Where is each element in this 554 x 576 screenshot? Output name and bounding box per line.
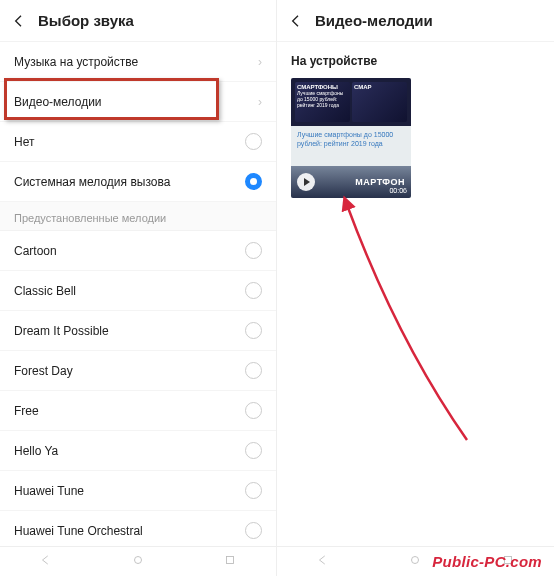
thumb-mid-text: Лучшие смартфоны до 15000 рублей: рейтин…	[291, 126, 411, 166]
radio-system-ringtone[interactable]: Системная мелодия вызова	[0, 162, 276, 202]
sound-list: Музыка на устройстве › Видео-мелодии › Н…	[0, 42, 276, 576]
watermark: Public-PC.com	[432, 553, 542, 570]
back-icon[interactable]	[10, 12, 28, 30]
preset-item[interactable]: Cartoon	[0, 231, 276, 271]
radio-icon	[245, 522, 262, 539]
thumb-card: СМАР	[352, 82, 407, 122]
thumb-card: СМАРТФОНЫ Лучшие смартфоны до 15000 рубл…	[295, 82, 350, 122]
row-label: Hello Ya	[14, 444, 245, 458]
video-melodies-panel: Видео-мелодии На устройстве СМАРТФОНЫ Лу…	[277, 0, 554, 576]
radio-icon	[245, 242, 262, 259]
row-label: Forest Day	[14, 364, 245, 378]
row-label: Huawei Tune	[14, 484, 245, 498]
android-navbar	[0, 546, 276, 576]
preset-item[interactable]: Huawei Tune	[0, 471, 276, 511]
thumb-card-title: СМАР	[354, 84, 405, 90]
nav-recent-icon[interactable]	[223, 553, 237, 570]
nav-home-icon[interactable]	[131, 553, 145, 570]
radio-none[interactable]: Нет	[0, 122, 276, 162]
row-label: Huawei Tune Orchestral	[14, 524, 245, 538]
header-left: Выбор звука	[0, 0, 276, 42]
svg-point-0	[135, 557, 142, 564]
row-label: Dream It Possible	[14, 324, 245, 338]
video-thumbnail[interactable]: СМАРТФОНЫ Лучшие смартфоны до 15000 рубл…	[291, 78, 411, 198]
radio-icon	[245, 322, 262, 339]
radio-icon	[245, 282, 262, 299]
header-right: Видео-мелодии	[277, 0, 554, 42]
preset-item[interactable]: Huawei Tune Orchestral	[0, 511, 276, 551]
nav-video-melodies[interactable]: Видео-мелодии ›	[0, 82, 276, 122]
svg-point-2	[412, 557, 419, 564]
radio-icon	[245, 402, 262, 419]
row-label: Cartoon	[14, 244, 245, 258]
nav-music-on-device[interactable]: Музыка на устройстве ›	[0, 42, 276, 82]
row-label: Нет	[14, 135, 245, 149]
row-label: Системная мелодия вызова	[14, 175, 245, 189]
thumb-brand: МАРТФОН	[355, 177, 405, 187]
page-title: Видео-мелодии	[315, 12, 433, 29]
row-label: Видео-мелодии	[14, 95, 258, 109]
row-label: Музыка на устройстве	[14, 55, 258, 69]
nav-back-icon[interactable]	[316, 553, 330, 570]
radio-icon	[245, 133, 262, 150]
preset-item[interactable]: Dream It Possible	[0, 311, 276, 351]
on-device-label: На устройстве	[277, 42, 554, 78]
play-icon	[297, 173, 315, 191]
section-preset: Предустановленные мелодии	[0, 202, 276, 231]
nav-back-icon[interactable]	[39, 553, 53, 570]
thumb-preview-top: СМАРТФОНЫ Лучшие смартфоны до 15000 рубл…	[291, 78, 411, 126]
radio-selected-icon	[245, 173, 262, 190]
radio-icon	[245, 442, 262, 459]
radio-icon	[245, 362, 262, 379]
sound-selection-panel: Выбор звука Музыка на устройстве › Видео…	[0, 0, 277, 576]
nav-home-icon[interactable]	[408, 553, 422, 570]
radio-icon	[245, 482, 262, 499]
preset-item[interactable]: Classic Bell	[0, 271, 276, 311]
thumb-card-sub: Лучшие смартфоны до 15000 рублей: рейтин…	[297, 90, 348, 108]
preset-item[interactable]: Forest Day	[0, 351, 276, 391]
chevron-right-icon: ›	[258, 95, 262, 109]
video-duration: 00:06	[389, 187, 407, 194]
svg-rect-1	[227, 557, 234, 564]
preset-item[interactable]: Free	[0, 391, 276, 431]
annotation-arrow	[317, 190, 487, 450]
row-label: Classic Bell	[14, 284, 245, 298]
page-title: Выбор звука	[38, 12, 134, 29]
back-icon[interactable]	[287, 12, 305, 30]
row-label: Free	[14, 404, 245, 418]
preset-item[interactable]: Hello Ya	[0, 431, 276, 471]
chevron-right-icon: ›	[258, 55, 262, 69]
